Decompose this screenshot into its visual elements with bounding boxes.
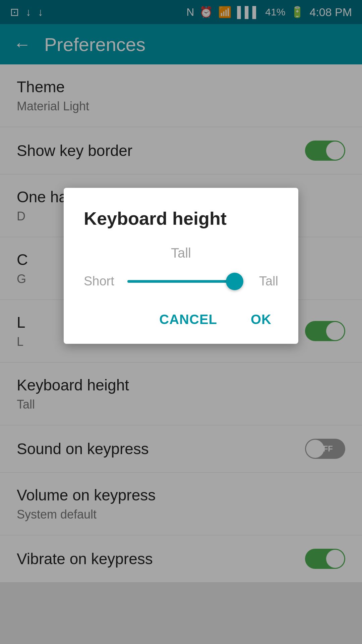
modal-overlay: Keyboard height Tall Short Tall CANCEL O… bbox=[0, 0, 362, 644]
slider-container: Short Tall bbox=[84, 274, 278, 288]
modal-current-value: Tall bbox=[84, 246, 278, 261]
modal-actions: CANCEL OK bbox=[84, 309, 278, 330]
slider-thumb[interactable] bbox=[226, 273, 243, 290]
slider-track[interactable] bbox=[127, 280, 235, 283]
keyboard-height-dialog: Keyboard height Tall Short Tall CANCEL O… bbox=[64, 188, 298, 344]
modal-title: Keyboard height bbox=[84, 208, 278, 229]
cancel-button[interactable]: CANCEL bbox=[153, 309, 224, 330]
slider-min-label: Short bbox=[84, 274, 117, 288]
slider-max-label: Tall bbox=[245, 274, 278, 288]
ok-button[interactable]: OK bbox=[244, 309, 278, 330]
